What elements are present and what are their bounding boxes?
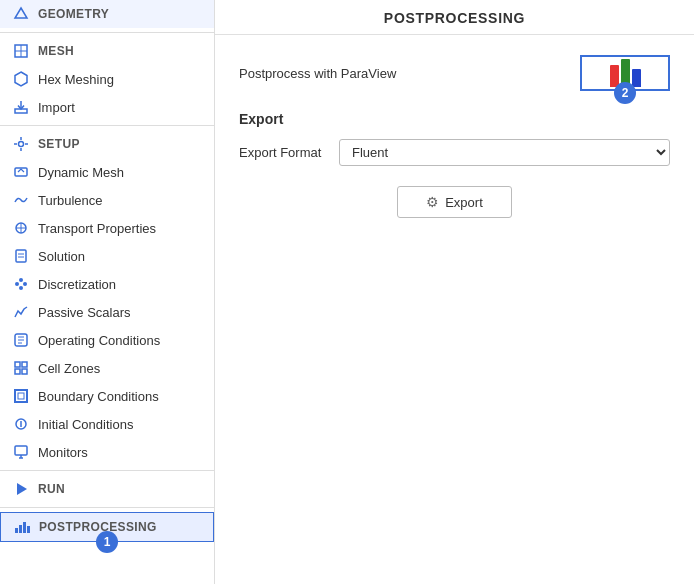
sidebar-item-turbulence[interactable]: Turbulence — [0, 186, 214, 214]
sidebar-item-hex-meshing[interactable]: Hex Meshing — [0, 65, 214, 93]
svg-point-16 — [23, 282, 27, 286]
export-button-label: Export — [445, 195, 483, 210]
setup-icon — [12, 135, 30, 153]
svg-rect-24 — [22, 362, 27, 367]
run-icon — [12, 480, 30, 498]
postprocessing-icon — [13, 518, 31, 536]
callout-badge-2: 2 — [614, 82, 636, 104]
boundary-conditions-icon — [12, 387, 30, 405]
hex-meshing-icon — [12, 70, 30, 88]
svg-rect-36 — [19, 525, 22, 533]
svg-rect-28 — [18, 393, 24, 399]
sidebar-item-initial-conditions[interactable]: Initial Conditions — [0, 410, 214, 438]
sidebar-item-geometry[interactable]: GEOMETRY — [0, 0, 214, 28]
passive-scalars-icon — [12, 303, 30, 321]
svg-marker-4 — [15, 72, 27, 86]
svg-rect-23 — [15, 362, 20, 367]
operating-conditions-icon — [12, 331, 30, 349]
sidebar-item-boundary-conditions[interactable]: Boundary Conditions — [0, 382, 214, 410]
sidebar-item-run[interactable]: RUN — [0, 475, 214, 503]
main-content: POSTPROCESSING Postprocess with ParaView… — [215, 0, 694, 584]
main-body: Postprocess with ParaView 2 Export — [215, 35, 694, 584]
initial-conditions-icon — [12, 415, 30, 433]
sidebar-item-solution[interactable]: Solution — [0, 242, 214, 270]
dynamic-mesh-icon — [12, 163, 30, 181]
turbulence-icon — [12, 191, 30, 209]
export-section-title: Export — [239, 111, 670, 127]
svg-rect-35 — [15, 528, 18, 533]
svg-rect-27 — [15, 390, 27, 402]
sidebar-item-discretization[interactable]: Discretization — [0, 270, 214, 298]
svg-marker-0 — [15, 8, 27, 18]
geometry-icon — [12, 5, 30, 23]
paraview-label: Postprocess with ParaView — [239, 66, 396, 81]
svg-rect-25 — [15, 369, 20, 374]
discretization-icon — [12, 275, 30, 293]
sidebar-item-cell-zones[interactable]: Cell Zones — [0, 354, 214, 382]
svg-rect-26 — [22, 369, 27, 374]
sidebar-item-operating-conditions[interactable]: Operating Conditions — [0, 326, 214, 354]
monitors-icon — [12, 443, 30, 461]
sidebar: GEOMETRY MESH Hex Meshing Import — [0, 0, 215, 584]
export-format-select[interactable]: Fluent OpenFOAM VTK CSV — [339, 139, 670, 166]
export-format-row: Export Format Fluent OpenFOAM VTK CSV — [239, 139, 670, 166]
svg-rect-31 — [15, 446, 27, 455]
svg-point-15 — [15, 282, 19, 286]
svg-marker-34 — [17, 483, 27, 495]
sidebar-item-import[interactable]: Import — [0, 93, 214, 121]
cell-zones-icon — [12, 359, 30, 377]
solution-icon — [12, 247, 30, 265]
sidebar-item-passive-scalars[interactable]: Passive Scalars — [0, 298, 214, 326]
transport-properties-icon — [12, 219, 30, 237]
export-gear-icon: ⚙ — [426, 194, 439, 210]
svg-point-18 — [19, 286, 23, 290]
paraview-row: Postprocess with ParaView 2 — [239, 55, 670, 91]
import-icon — [12, 98, 30, 116]
svg-rect-38 — [27, 526, 30, 533]
mesh-icon — [12, 42, 30, 60]
svg-point-17 — [19, 278, 23, 282]
export-button-row: ⚙ Export — [239, 186, 670, 218]
callout-badge-1: 1 — [96, 531, 118, 553]
export-button[interactable]: ⚙ Export — [397, 186, 512, 218]
sidebar-item-dynamic-mesh[interactable]: Dynamic Mesh — [0, 158, 214, 186]
paraview-button-wrapper: 2 — [580, 55, 670, 91]
sidebar-item-mesh[interactable]: MESH — [0, 37, 214, 65]
svg-rect-12 — [16, 250, 26, 262]
svg-rect-37 — [23, 522, 26, 533]
svg-point-7 — [19, 142, 24, 147]
sidebar-item-monitors[interactable]: Monitors — [0, 438, 214, 466]
page-title: POSTPROCESSING — [215, 0, 694, 35]
export-section: Export Export Format Fluent OpenFOAM VTK… — [239, 111, 670, 218]
export-format-label: Export Format — [239, 145, 329, 160]
sidebar-item-setup[interactable]: SETUP — [0, 130, 214, 158]
sidebar-item-transport-properties[interactable]: Transport Properties — [0, 214, 214, 242]
